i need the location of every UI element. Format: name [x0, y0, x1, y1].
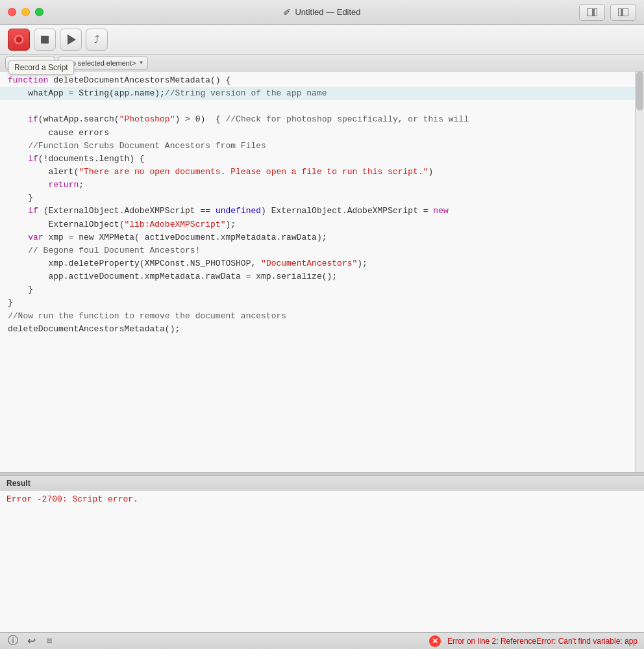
traffic-lights	[8, 8, 43, 16]
document-icon: ✐	[283, 7, 291, 18]
error-message: Error on line 2: ReferenceError: Can't f…	[447, 637, 638, 646]
status-left-icons: ⓘ ↩ ≡	[6, 635, 56, 648]
title-bar: ✐ Untitled — Edited	[0, 0, 644, 25]
svg-rect-3	[623, 8, 628, 16]
svg-rect-2	[618, 8, 621, 16]
tile-right-button[interactable]	[610, 4, 636, 21]
close-button[interactable]	[8, 8, 16, 16]
vertical-scrollbar[interactable]	[635, 71, 644, 472]
broom-icon: ⤴	[94, 34, 99, 45]
result-content: Error -2700: Script error.	[0, 490, 644, 632]
code-editor[interactable]: function deleteDocumentAncestorsMetadata…	[0, 71, 644, 472]
record-icon	[14, 35, 23, 44]
stop-icon	[41, 36, 49, 44]
error-icon[interactable]: ✕	[429, 635, 441, 647]
back-button[interactable]: ↩	[25, 635, 38, 648]
window-controls-right	[579, 4, 636, 21]
tile-left-button[interactable]	[579, 4, 605, 21]
export-button[interactable]: ⤴	[86, 29, 108, 51]
svg-rect-0	[587, 8, 593, 16]
code-content: function deleteDocumentAncestorsMetadata…	[0, 71, 644, 338]
language-bar: JavaScript ▼ <No selected element> ▼	[0, 55, 644, 71]
result-panel: Result Error -2700: Script error.	[0, 476, 644, 632]
list-button[interactable]: ≡	[43, 635, 56, 648]
play-icon	[68, 34, 76, 45]
result-header: Result	[0, 476, 644, 490]
status-bar: ⓘ ↩ ≡ ✕ Error on line 2: ReferenceError:…	[0, 632, 644, 649]
stop-button[interactable]	[34, 29, 56, 51]
maximize-button[interactable]	[35, 8, 43, 16]
window-title: ✐ Untitled — Edited	[283, 7, 360, 18]
minimize-button[interactable]	[21, 8, 30, 16]
element-chevron: ▼	[138, 60, 143, 66]
record-button[interactable]: Record a Script	[8, 29, 30, 51]
play-button[interactable]	[60, 29, 82, 51]
scrollbar-thumb[interactable]	[636, 71, 643, 110]
svg-rect-1	[594, 8, 597, 16]
toolbar: Record a Script ⤴	[0, 25, 644, 55]
result-title: Result	[6, 479, 31, 488]
record-tooltip: Record a Script	[8, 60, 74, 75]
info-button[interactable]: ⓘ	[6, 635, 19, 648]
